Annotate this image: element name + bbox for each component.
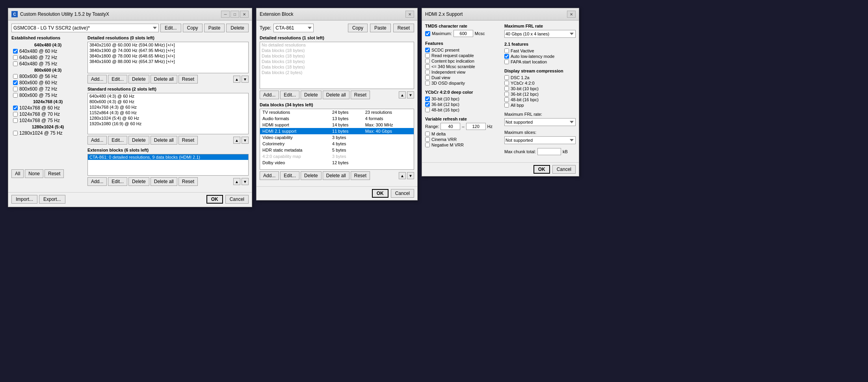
- feat21-fapa-check[interactable]: [504, 59, 509, 64]
- ext-det-item-2[interactable]: Data blocks (18 bytes): [260, 53, 414, 59]
- cru-ok-button[interactable]: OK: [206, 195, 223, 204]
- export-button[interactable]: Export...: [39, 195, 65, 204]
- db-row-2[interactable]: HDMI support 14 bytes Max: 300 MHz: [260, 122, 414, 128]
- ext-up-btn[interactable]: ▲: [233, 178, 240, 185]
- feat-3d-check[interactable]: [425, 81, 430, 85]
- det-up-btn[interactable]: ▲: [233, 76, 240, 83]
- extd-up-btn[interactable]: ▲: [399, 91, 406, 98]
- db-row-0[interactable]: TV resolutions 24 bytes 23 resolutions: [260, 109, 414, 115]
- delete-button[interactable]: Delete: [226, 24, 249, 32]
- vrr-cinema-check[interactable]: [425, 137, 430, 142]
- res-640-60-check[interactable]: [13, 49, 18, 54]
- dsc-36-check[interactable]: [504, 92, 509, 96]
- vrr-max-input[interactable]: [466, 123, 486, 130]
- db-row-1[interactable]: Audio formats 13 bytes 4 formats: [260, 115, 414, 122]
- std-item-3[interactable]: 1152x864 (4:3) @ 60 Hz: [88, 110, 248, 115]
- std-item-0[interactable]: 640x480 (4:3) @ 60 Hz: [88, 93, 248, 99]
- hdmi-cancel-button[interactable]: Cancel: [552, 165, 576, 174]
- res-800-56-check[interactable]: [13, 74, 18, 79]
- res-800-60-check[interactable]: [13, 80, 18, 85]
- extdb-reset-btn[interactable]: Reset: [351, 171, 370, 180]
- reset-established-button[interactable]: Reset: [45, 169, 64, 178]
- max-frl-rate-dropdown[interactable]: Not supported: [504, 118, 576, 126]
- minimize-button[interactable]: ─: [221, 11, 230, 18]
- extd-add-btn[interactable]: Add...: [260, 91, 279, 99]
- std-delete-btn[interactable]: Delete: [128, 136, 149, 145]
- max-frl-select[interactable]: 40 Gbps (10 x 4 lanes): [504, 30, 576, 38]
- std-add-btn[interactable]: Add...: [87, 136, 107, 145]
- extd-edit-btn[interactable]: Edit...: [280, 91, 299, 99]
- db-row-8[interactable]: Dolby video 12 bytes: [260, 159, 414, 166]
- dsc-ycbcr-check[interactable]: [504, 81, 509, 85]
- std-edit-btn[interactable]: Edit...: [108, 136, 127, 145]
- extdb-add-btn[interactable]: Add...: [260, 171, 279, 180]
- ext-paste-btn[interactable]: Paste: [370, 24, 391, 32]
- res-1280-75-check[interactable]: [13, 131, 18, 135]
- std-item-1[interactable]: 800x600 (4:3) @ 60 Hz: [88, 99, 248, 104]
- ext-det-item-0[interactable]: No detailed resolutions: [260, 42, 414, 48]
- all-button[interactable]: All: [11, 169, 24, 178]
- ycbcr-30-check[interactable]: [425, 96, 430, 101]
- extdb-down-btn[interactable]: ▼: [407, 172, 414, 179]
- res-800-72-check[interactable]: [13, 87, 18, 91]
- det-delete-all-btn[interactable]: Delete all: [151, 75, 177, 83]
- device-select[interactable]: GSMC0C8 - LG TV SSCR2 (active)*: [11, 24, 159, 32]
- hdmi-close-button[interactable]: ✕: [567, 11, 576, 18]
- det-item-0[interactable]: 3840x2160 @ 60.000 Hz (594.00 MHz) [+/+]: [88, 42, 248, 48]
- res-1024-70-check[interactable]: [13, 112, 18, 117]
- tmds-max-check[interactable]: [425, 31, 430, 36]
- ycbcr-48-check[interactable]: [425, 108, 430, 112]
- ycbcr-36-check[interactable]: [425, 102, 430, 107]
- feat-content-check[interactable]: [425, 59, 430, 63]
- dsc-48-check[interactable]: [504, 97, 509, 102]
- ext-data-listbox[interactable]: TV resolutions 24 bytes 23 resolutions A…: [260, 109, 414, 170]
- ext-det-item-3[interactable]: Data blocks (18 bytes): [260, 59, 414, 64]
- det-item-1[interactable]: 3840x1900 @ 74.000 Hz (647.95 MHz) [+/+]: [88, 48, 248, 53]
- ext-delete-all-btn[interactable]: Delete all: [151, 177, 177, 186]
- ext-det-item-5[interactable]: Data blocks (2 bytes): [260, 70, 414, 75]
- std-delete-all-btn[interactable]: Delete all: [151, 136, 177, 145]
- maximize-button[interactable]: □: [230, 11, 239, 18]
- ext-det-item-4[interactable]: Data blocks (18 bytes): [260, 64, 414, 70]
- ext-detailed-listbox[interactable]: No detailed resolutions Data blocks (18 …: [260, 42, 414, 89]
- extd-delete-all-btn[interactable]: Delete all: [323, 91, 349, 99]
- ext-item-0[interactable]: CTA-861: 0 detailed resolutions, 9 data …: [88, 154, 248, 160]
- feat-independent-check[interactable]: [425, 70, 430, 74]
- max-chunk-input[interactable]: [537, 148, 561, 155]
- ext-cancel-button[interactable]: Cancel: [391, 189, 414, 198]
- std-item-5[interactable]: 1920x1080 (16:9) @ 60 Hz: [88, 121, 248, 126]
- det-edit-btn[interactable]: Edit...: [108, 75, 127, 83]
- extd-reset-btn[interactable]: Reset: [351, 91, 370, 99]
- feat-340-check[interactable]: [425, 64, 430, 69]
- extdb-edit-btn[interactable]: Edit...: [280, 171, 299, 180]
- ext-copy-btn[interactable]: Copy: [348, 24, 368, 32]
- std-item-2[interactable]: 1024x768 (4:3) @ 60 Hz: [88, 104, 248, 110]
- det-delete-btn[interactable]: Delete: [128, 75, 149, 83]
- db-row-5[interactable]: Colorimetry 4 bytes: [260, 141, 414, 147]
- db-row-6[interactable]: HDR static metadata 5 bytes: [260, 147, 414, 153]
- extd-down-btn[interactable]: ▼: [407, 91, 414, 98]
- none-button[interactable]: None: [25, 169, 43, 178]
- det-item-2[interactable]: 3840x1800 @ 78.000 Hz (648.65 MHz) [+/+]: [88, 53, 248, 59]
- max-slices-dropdown[interactable]: Not supported: [504, 136, 576, 144]
- paste-button[interactable]: Paste: [204, 24, 225, 32]
- ext-type-select[interactable]: CTA-861: [273, 24, 313, 32]
- import-button[interactable]: Import...: [11, 195, 37, 204]
- ext-reset-btn[interactable]: Reset: [393, 24, 414, 32]
- dsc-30-check[interactable]: [504, 86, 509, 91]
- dsc-allbpp-check[interactable]: [504, 103, 509, 108]
- det-add-btn[interactable]: Add...: [87, 75, 107, 83]
- std-up-btn[interactable]: ▲: [233, 137, 240, 144]
- copy-button[interactable]: Copy: [183, 24, 203, 32]
- extdb-delete-all-btn[interactable]: Delete all: [323, 171, 349, 180]
- feat-read-check[interactable]: [425, 53, 430, 58]
- feat21-fast-check[interactable]: [504, 48, 509, 53]
- close-button[interactable]: ✕: [240, 11, 249, 18]
- cru-cancel-button[interactable]: Cancel: [225, 195, 249, 204]
- std-item-4[interactable]: 1280x1024 (5:4) @ 60 Hz: [88, 115, 248, 121]
- extension-listbox[interactable]: CTA-861: 0 detailed resolutions, 9 data …: [87, 154, 249, 176]
- res-640-75-check[interactable]: [13, 61, 18, 66]
- db-row-4[interactable]: Video capability 3 bytes: [260, 134, 414, 141]
- db-row-7[interactable]: 4:2:0 capability map 3 bytes: [260, 153, 414, 159]
- standard-listbox[interactable]: 640x480 (4:3) @ 60 Hz 800x600 (4:3) @ 60…: [87, 93, 249, 134]
